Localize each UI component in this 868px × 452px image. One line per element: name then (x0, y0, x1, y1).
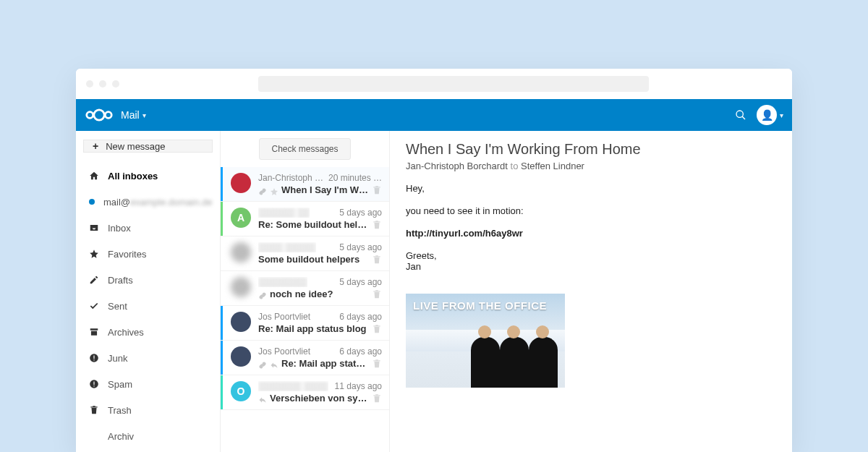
message-subject: Verschieben von sync… (270, 393, 369, 404)
pencil-icon (89, 275, 99, 285)
message-time: 5 days ago (339, 208, 382, 218)
message-time: 5 days ago (339, 242, 382, 252)
accent-bar (221, 202, 223, 236)
body-line: Hey, (406, 183, 776, 194)
sidebar-item-label: All inboxes (108, 171, 158, 182)
bang-icon (89, 353, 99, 363)
user-menu[interactable]: 👤 ▾ (757, 105, 783, 125)
svg-rect-9 (93, 382, 94, 385)
sidebar-item-inbox[interactable]: Inbox (83, 215, 213, 241)
accent-bar (221, 167, 223, 201)
new-message-label: New message (106, 141, 165, 152)
nextcloud-logo[interactable] (85, 108, 114, 122)
main-columns: + New message All inboxesmail@example.do… (76, 131, 792, 452)
sidebar-item-mail@[interactable]: mail@example.domain.de (83, 189, 213, 215)
sidebar-item-sent[interactable]: Sent (83, 293, 213, 319)
sender-name: ▒▒▒▒▒▒▒ ▒▒▒▒ (258, 381, 328, 391)
message-time: 6 days ago (339, 312, 382, 322)
sidebar-item-trash[interactable]: Trash (83, 397, 213, 423)
sidebar-item-favorites[interactable]: Favorites (83, 241, 213, 267)
app-switcher[interactable]: Mail ▾ (121, 109, 146, 121)
star-icon (270, 186, 278, 195)
sidebar-item-label: Favorites (108, 249, 146, 260)
delete-icon[interactable] (372, 289, 382, 299)
message-item[interactable]: O▒▒▒▒▒▒▒ ▒▒▒▒11 days agoVerschieben von … (221, 375, 389, 410)
link-icon (258, 186, 267, 195)
body-link[interactable]: http://tinyurl.com/h6ay8wr (406, 228, 776, 239)
check-messages-button[interactable]: Check messages (259, 138, 350, 160)
window-dot (86, 80, 93, 88)
blank-icon (89, 431, 99, 441)
delete-icon[interactable] (372, 255, 382, 265)
delete-icon[interactable] (372, 359, 382, 369)
app-header: Mail ▾ 👤 ▾ (76, 99, 792, 131)
window-dot (112, 80, 119, 88)
sidebar-item-all-inboxes[interactable]: All inboxes (83, 163, 213, 189)
sidebar-item-label: Trash (108, 405, 132, 416)
sidebar-item-junk[interactable]: Junk (83, 345, 213, 371)
attachment-image[interactable]: LIVE FROM THE OFFICE (406, 294, 565, 388)
sidebar-item-spam[interactable]: Spam (83, 371, 213, 397)
window-dot (99, 80, 106, 88)
bang-icon (89, 379, 99, 389)
message-subject: Re: Some buildout helpers (258, 219, 369, 230)
star-icon (89, 249, 99, 259)
body-line: you need to see it in motion: (406, 205, 776, 216)
delete-icon[interactable] (372, 324, 382, 334)
message-time: 20 minutes … (328, 173, 382, 183)
message-subject: Re: Mail app status blog (281, 358, 369, 369)
sidebar-item-label: Archives (108, 327, 144, 338)
archive-icon (89, 327, 99, 337)
address-bar[interactable] (258, 76, 649, 92)
sidebar: + New message All inboxesmail@example.do… (76, 131, 221, 452)
accent-bar (221, 341, 223, 375)
message-item[interactable]: Jan-Christoph Bor…20 minutes …When I Say… (221, 167, 389, 202)
delete-icon[interactable] (372, 185, 382, 195)
to-word: to (511, 161, 519, 171)
sidebar-item-label: mail@example.domain.de (103, 197, 213, 208)
sender-name: ▒▒▒▒ ▒▒▒▒▒ (258, 242, 316, 252)
sender-avatar (231, 242, 251, 263)
message-item[interactable]: Jos Poortvliet6 days agoRe: Mail app sta… (221, 341, 389, 375)
sidebar-item-archives[interactable]: Archives (83, 319, 213, 345)
sidebar-item-label: Sent (108, 301, 127, 312)
message-item[interactable]: A▒▒▒▒▒▒ ▒▒5 days agoRe: Some buildout he… (221, 202, 389, 236)
sender-name: ▒▒▒▒▒▒ ▒▒ (258, 208, 310, 218)
accent-bar (221, 375, 223, 409)
svg-point-3 (736, 111, 743, 117)
delete-icon[interactable] (372, 220, 382, 230)
message-time: 5 days ago (339, 277, 382, 287)
mail-from: Jan-Christoph Borchardt (406, 161, 508, 171)
mail-meta: Jan-Christoph Borchardt to Steffen Lindn… (406, 161, 776, 171)
caret-down-icon: ▾ (780, 111, 783, 119)
message-subject: Re: Mail app status blog (258, 323, 369, 334)
home-icon (89, 171, 99, 181)
reply-icon (258, 394, 267, 403)
message-item[interactable]: ▒▒▒▒ ▒▒▒▒▒5 days agoSome buildout helper… (221, 236, 389, 271)
svg-rect-10 (93, 385, 94, 386)
message-list: Check messages Jan-Christoph Bor…20 minu… (221, 131, 390, 452)
sender-name: Jan-Christoph Bor… (258, 173, 324, 183)
sender-avatar (231, 312, 251, 332)
sidebar-item-drafts[interactable]: Drafts (83, 267, 213, 293)
sender-avatar: A (231, 208, 251, 228)
sender-name: Jos Poortvliet (258, 346, 310, 357)
check-messages-label: Check messages (271, 144, 338, 154)
sender-name: Jos Poortvliet (258, 312, 310, 322)
app-name-label: Mail (121, 109, 140, 121)
svg-point-1 (87, 112, 93, 119)
link-icon (258, 290, 267, 299)
sidebar-item-label: Junk (108, 353, 127, 364)
message-item[interactable]: ▒▒▒▒▒▒▒▒5 days agonoch ne idee? (221, 271, 389, 306)
message-item[interactable]: Jos Poortvliet6 days agoRe: Mail app sta… (221, 306, 389, 341)
people-graphic (471, 337, 558, 388)
new-message-button[interactable]: + New message (83, 140, 213, 153)
svg-rect-7 (93, 359, 94, 360)
search-icon[interactable] (735, 109, 746, 121)
sidebar-item-archiv[interactable]: Archiv (83, 423, 213, 449)
message-subject: When I Say I'm Working Fro… (281, 184, 369, 195)
mail-to: Steffen Lindner (521, 161, 584, 171)
svg-rect-6 (93, 356, 94, 359)
delete-icon[interactable] (372, 393, 382, 404)
sidebar-item-label: Archiv (108, 431, 134, 442)
